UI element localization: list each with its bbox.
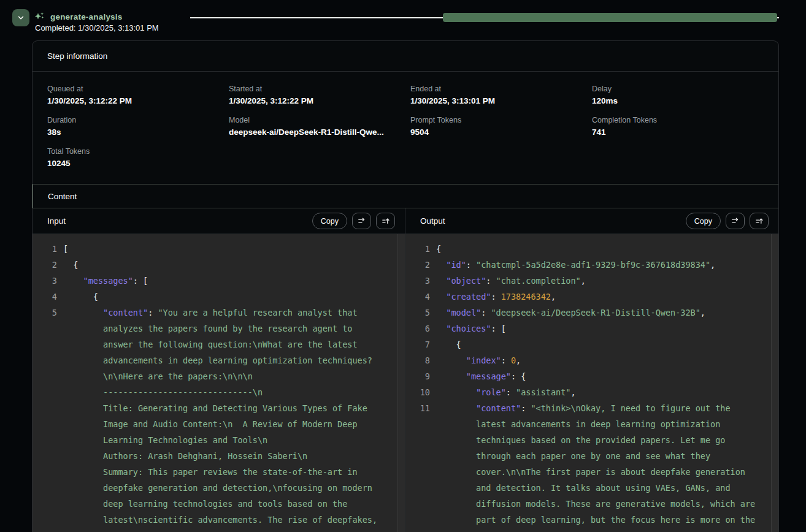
scroll-to-top-button[interactable]	[376, 213, 395, 229]
step-information-header: Step information	[33, 41, 778, 72]
code-line: 3"messages": [	[33, 273, 405, 289]
output-scrollbar[interactable]	[771, 234, 778, 532]
copy-button[interactable]: Copy	[312, 213, 347, 229]
scroll-to-top-icon	[754, 216, 764, 226]
panel-title: Output	[420, 216, 445, 226]
step-title: generate-analysis	[50, 12, 122, 21]
code-text: "messages": [	[63, 273, 386, 289]
code-line: 1[	[33, 241, 405, 257]
code-text: {	[436, 336, 760, 352]
code-text: {	[63, 289, 386, 305]
line-number: 4	[405, 289, 430, 305]
input-scrollbar[interactable]	[397, 234, 405, 532]
field-value: 9504	[410, 127, 582, 137]
field-total-tokens: Total Tokens 10245	[47, 147, 219, 168]
output-panel: Output Copy	[405, 208, 778, 532]
content-panels: Input Copy	[33, 208, 778, 532]
line-number: 8	[405, 352, 430, 368]
line-number: 5	[33, 305, 57, 532]
field-label: Queued at	[47, 85, 219, 93]
field-value: 1/30/2025, 3:13:01 PM	[410, 96, 582, 105]
field-completion-tokens: Completion Tokens 741	[592, 116, 764, 137]
field-value: 1/30/2025, 3:12:22 PM	[229, 96, 401, 105]
output-panel-header: Output Copy	[405, 208, 778, 234]
input-code-viewer: 1[2{3"messages": [4{5"content": "You are…	[33, 234, 405, 532]
field-label: Model	[229, 116, 401, 124]
field-value: 741	[592, 127, 764, 137]
copy-button[interactable]: Copy	[686, 213, 721, 229]
input-panel-header: Input Copy	[33, 208, 405, 234]
field-label: Ended at	[410, 85, 582, 93]
field-prompt-tokens: Prompt Tokens 9504	[410, 116, 582, 137]
field-label: Total Tokens	[47, 147, 219, 156]
panel-title: Input	[47, 216, 66, 226]
step-status: Completed: 1/30/2025, 3:13:01 PM	[35, 23, 159, 32]
output-code-viewer: 1{2"id": "chatcmpl-5a5d2e8e-adf1-9329-bf…	[405, 234, 778, 532]
code-line: 10"role": "assistant",	[405, 384, 778, 400]
code-line: 8"index": 0,	[405, 352, 778, 368]
timeline-step-bar[interactable]	[443, 13, 777, 22]
code-text: "model": "deepseek-ai/DeepSeek-R1-Distil…	[436, 305, 760, 321]
line-number: 5	[405, 305, 430, 321]
field-label: Started at	[229, 85, 401, 93]
field-ended-at: Ended at 1/30/2025, 3:13:01 PM	[410, 85, 582, 105]
code-line: 5"model": "deepseek-ai/DeepSeek-R1-Disti…	[405, 305, 778, 321]
code-text: [	[63, 241, 386, 257]
field-started-at: Started at 1/30/2025, 3:12:22 PM	[229, 85, 401, 105]
code-text: "created": 1738246342,	[436, 289, 760, 305]
panel-actions: Copy	[312, 213, 395, 229]
field-queued-at: Queued at 1/30/2025, 3:12:22 PM	[47, 85, 219, 105]
code-line: 2{	[33, 257, 405, 273]
step-detail-card: Step information Queued at 1/30/2025, 3:…	[32, 40, 779, 532]
line-number: 3	[405, 273, 430, 289]
code-text: "role": "assistant",	[436, 384, 760, 400]
code-text: {	[63, 257, 386, 273]
field-label: Completion Tokens	[592, 116, 764, 124]
content-section-header: Content	[33, 184, 778, 208]
panel-actions: Copy	[686, 213, 769, 229]
code-text: "content": "<think>\nOkay, I need to fig…	[436, 400, 760, 532]
code-text: "index": 0,	[436, 352, 760, 368]
step-information-grid: Queued at 1/30/2025, 3:12:22 PM Started …	[33, 72, 778, 184]
code-text: "content": "You are a helpful research a…	[63, 305, 386, 532]
code-text: "message": {	[436, 368, 760, 384]
input-panel: Input Copy	[33, 208, 405, 532]
code-line: 1{	[405, 241, 778, 257]
line-number: 6	[405, 321, 430, 336]
line-number: 11	[405, 400, 430, 532]
line-number: 1	[405, 241, 430, 257]
code-text: "choices": [	[436, 321, 760, 336]
code-line: 7{	[405, 336, 778, 352]
line-number: 7	[405, 336, 430, 352]
field-value: 38s	[47, 127, 219, 137]
line-number: 2	[33, 257, 57, 273]
scroll-to-top-button[interactable]	[750, 213, 769, 229]
code-line: 2"id": "chatcmpl-5a5d2e8e-adf1-9329-bf9c…	[405, 257, 778, 273]
code-line: 11"content": "<think>\nOkay, I need to f…	[405, 400, 778, 532]
field-model: Model deepseek-ai/DeepSeek-R1-Distill-Qw…	[229, 116, 401, 137]
field-label: Duration	[47, 116, 219, 124]
field-value: 120ms	[592, 96, 764, 105]
wrap-lines-button[interactable]	[352, 213, 371, 229]
line-number: 9	[405, 368, 430, 384]
line-number: 1	[33, 241, 57, 257]
code-line: 5"content": "You are a helpful research …	[33, 305, 405, 532]
code-text: "object": "chat.completion",	[436, 273, 760, 289]
line-number: 2	[405, 257, 430, 273]
code-text: "id": "chatcmpl-5a5d2e8e-adf1-9329-bf9c-…	[436, 257, 760, 273]
collapse-button[interactable]	[12, 9, 29, 26]
scroll-to-top-icon	[381, 216, 390, 226]
field-value: deepseek-ai/DeepSeek-R1-Distill-Qwe...	[229, 127, 401, 137]
sparkles-icon	[34, 12, 45, 22]
field-value: 10245	[47, 159, 219, 168]
field-label: Prompt Tokens	[410, 116, 582, 124]
code-line: 9"message": {	[405, 368, 778, 384]
field-duration: Duration 38s	[47, 116, 219, 137]
code-text: {	[436, 241, 760, 257]
line-number: 10	[405, 384, 430, 400]
code-line: 4"created": 1738246342,	[405, 289, 778, 305]
line-number: 3	[33, 273, 57, 289]
wrap-lines-icon	[731, 216, 740, 226]
field-value: 1/30/2025, 3:12:22 PM	[47, 96, 219, 105]
wrap-lines-button[interactable]	[726, 213, 745, 229]
